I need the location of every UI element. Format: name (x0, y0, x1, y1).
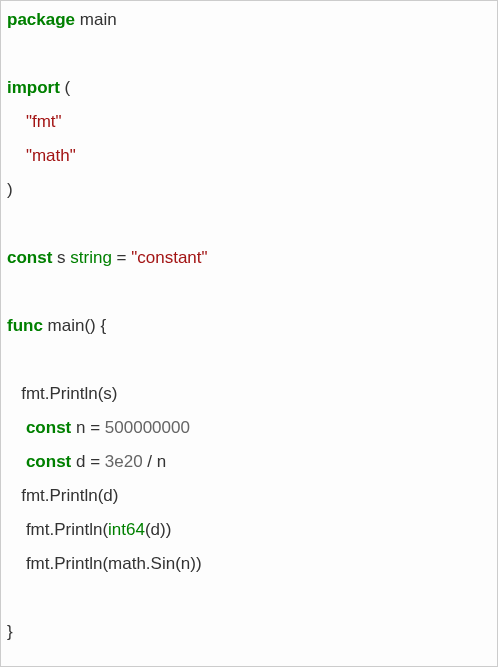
import-open: ( (60, 78, 70, 97)
pkg-name: main (75, 10, 117, 29)
keyword-package: package (7, 10, 75, 29)
const-n-value: 500000000 (105, 418, 190, 437)
const-d-mid: d = (71, 452, 105, 471)
stmt-println-s: fmt.Println(s) (7, 384, 118, 403)
stmt-println-int64-pre: fmt.Println( (7, 520, 108, 539)
stmt-println-int64-post: (d)) (145, 520, 171, 539)
stmt-println-d: fmt.Println(d) (7, 486, 118, 505)
func-main-sig: main() { (43, 316, 106, 335)
import-math: "math" (26, 146, 76, 165)
const-s-name: s (52, 248, 70, 267)
const-s-value: "constant" (131, 248, 207, 267)
type-string: string (70, 248, 112, 267)
keyword-const-n: const (26, 418, 71, 437)
import-close: ) (7, 180, 13, 199)
keyword-const-d: const (26, 452, 71, 471)
indent-n (7, 418, 26, 437)
const-d-value: 3e20 (105, 452, 143, 471)
keyword-import: import (7, 78, 60, 97)
type-int64: int64 (108, 520, 145, 539)
import-fmt: "fmt" (26, 112, 62, 131)
const-n-mid: n = (71, 418, 105, 437)
const-s-eq: = (112, 248, 131, 267)
keyword-func: func (7, 316, 43, 335)
keyword-const: const (7, 248, 52, 267)
code-block: package main import ( "fmt" "math" ) con… (0, 0, 498, 667)
func-close-brace: } (7, 622, 13, 641)
const-d-post: / n (143, 452, 167, 471)
indent-d (7, 452, 26, 471)
stmt-println-sin: fmt.Println(math.Sin(n)) (7, 554, 202, 573)
